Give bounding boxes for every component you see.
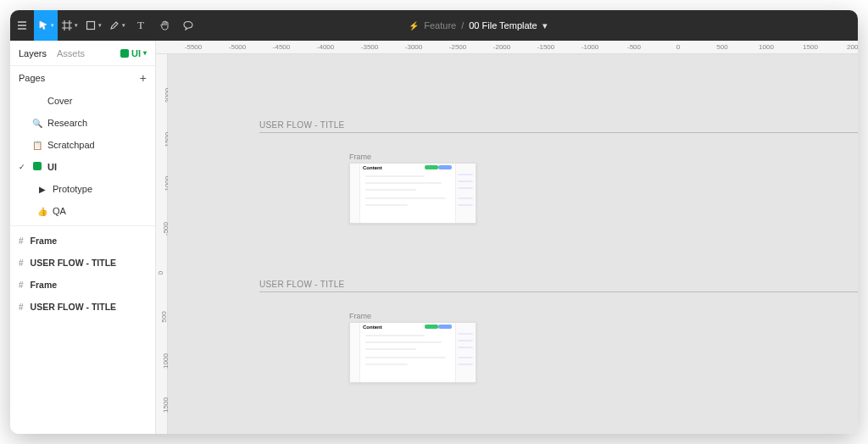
canvas[interactable]: USER FLOW - TITLE Frame Content xyxy=(168,54,858,434)
ruler-vertical[interactable]: -2000 -1500 -1000 -500 0 500 1000 1500 xyxy=(156,54,168,434)
hand-icon xyxy=(159,19,170,31)
layer-label: Frame xyxy=(31,236,58,246)
layer-label: USER FLOW - TITLE xyxy=(31,302,117,312)
layer-item[interactable]: # Frame xyxy=(10,274,155,296)
frame-label[interactable]: Frame xyxy=(349,153,371,161)
ruler-tick: -2000 xyxy=(493,43,510,51)
ruler-tick: -500 xyxy=(627,43,641,51)
ruler-tick: 500 xyxy=(160,311,168,322)
frame-tool[interactable]: ▾ xyxy=(58,10,81,41)
page-label: Prototype xyxy=(53,184,92,194)
pages-header-label: Pages xyxy=(19,73,45,83)
frame-icon xyxy=(61,19,73,31)
menu-button[interactable] xyxy=(10,10,34,41)
page-status-icon xyxy=(120,49,129,58)
ruler-tick: -4000 xyxy=(317,43,334,51)
frame-icon: # xyxy=(19,302,24,312)
ruler-tick: 2000 xyxy=(847,43,858,51)
ruler-tick: -5000 xyxy=(229,43,246,51)
check-icon: ✓ xyxy=(19,163,27,171)
frame-inner-title: Content xyxy=(363,165,382,170)
layer-label: Frame xyxy=(31,280,58,290)
breadcrumb-separator: / xyxy=(461,20,464,31)
ruler-tick: -3000 xyxy=(405,43,422,51)
text-tool[interactable]: T xyxy=(129,10,153,41)
page-item-scratchpad[interactable]: 📋 Scratchpad xyxy=(10,134,155,156)
frame-icon: # xyxy=(19,280,24,290)
layer-item[interactable]: # USER FLOW - TITLE xyxy=(10,296,155,318)
pen-icon xyxy=(108,19,120,31)
cursor-icon xyxy=(37,19,49,31)
breadcrumb-file[interactable]: 00 File Template xyxy=(469,20,537,31)
page-item-cover[interactable]: Cover xyxy=(10,90,155,112)
current-page-indicator[interactable]: UI ▾ xyxy=(120,48,147,58)
ruler-tick: 0 xyxy=(157,271,164,275)
hand-tool[interactable] xyxy=(153,10,176,41)
comment-icon xyxy=(182,19,194,31)
ruler-tick: 1000 xyxy=(759,43,774,51)
tab-assets[interactable]: Assets xyxy=(57,48,85,58)
ruler-tick: -4500 xyxy=(273,43,290,51)
page-label: UI xyxy=(47,162,57,172)
thumbs-up-icon: 👍 xyxy=(37,207,47,216)
status-ready-icon xyxy=(33,162,42,170)
play-icon: ▶ xyxy=(37,185,47,194)
page-label: Cover xyxy=(47,96,72,106)
canvas-area: -5500 -5000 -4500 -4000 -3500 -3000 -250… xyxy=(156,41,858,434)
shape-tool[interactable]: ▾ xyxy=(81,10,105,41)
toolbar: ▾ ▾ ▾ ▾ T ⚡ Feature / 00 File Template ▾ xyxy=(10,10,858,41)
panel-tabs: Layers Assets UI ▾ xyxy=(10,41,155,66)
left-panel: Layers Assets UI ▾ Pages + Cover 🔍 Resea… xyxy=(10,41,156,434)
comment-tool[interactable] xyxy=(176,10,200,41)
ruler-tick: -1500 xyxy=(537,43,554,51)
layer-item[interactable]: # USER FLOW - TITLE xyxy=(10,252,155,274)
page-label: QA xyxy=(53,206,66,216)
page-item-research[interactable]: 🔍 Research xyxy=(10,112,155,134)
breadcrumb-project[interactable]: Feature xyxy=(424,20,456,31)
page-label: Scratchpad xyxy=(47,140,95,150)
ruler-tick: 500 xyxy=(716,43,727,51)
chevron-down-icon: ▾ xyxy=(75,22,78,29)
canvas-frame[interactable]: Content xyxy=(349,163,476,224)
svg-rect-0 xyxy=(87,22,95,30)
chevron-down-icon: ▾ xyxy=(51,22,54,29)
section-divider xyxy=(259,132,858,133)
page-label: Research xyxy=(47,118,87,128)
bolt-icon: ⚡ xyxy=(409,21,419,31)
chevron-down-icon: ▾ xyxy=(122,22,125,29)
page-item-prototype[interactable]: ▶ Prototype xyxy=(10,178,155,200)
ruler-tick: -2500 xyxy=(449,43,466,51)
move-tool[interactable]: ▾ xyxy=(34,10,58,41)
text-icon: T xyxy=(137,19,144,32)
ruler-tick: -3500 xyxy=(361,43,378,51)
chevron-down-icon[interactable]: ▾ xyxy=(542,20,548,31)
ruler-tick: 1500 xyxy=(803,43,818,51)
section-title[interactable]: USER FLOW - TITLE xyxy=(259,280,344,289)
frame-icon: # xyxy=(19,258,24,268)
add-page-button[interactable]: + xyxy=(140,71,147,85)
ruler-tick: -1000 xyxy=(581,43,598,51)
pages-header: Pages + xyxy=(10,66,155,90)
ruler-tick: 0 xyxy=(676,43,680,51)
search-icon: 🔍 xyxy=(32,119,42,128)
canvas-frame[interactable]: Content xyxy=(349,322,476,383)
frame-icon: # xyxy=(19,236,24,246)
ruler-tick: -5500 xyxy=(185,43,202,51)
chevron-down-icon: ▾ xyxy=(143,49,147,57)
frame-label[interactable]: Frame xyxy=(349,312,371,320)
clipboard-icon: 📋 xyxy=(32,141,42,150)
chevron-down-icon: ▾ xyxy=(98,22,102,29)
current-page-label: UI xyxy=(131,48,141,58)
tab-layers[interactable]: Layers xyxy=(19,48,47,58)
layer-label: USER FLOW - TITLE xyxy=(31,258,117,268)
page-item-qa[interactable]: 👍 QA xyxy=(10,200,155,222)
hamburger-icon xyxy=(16,19,28,31)
pen-tool[interactable]: ▾ xyxy=(105,10,129,41)
page-item-ui[interactable]: ✓ UI xyxy=(10,156,155,178)
ruler-horizontal[interactable]: -5500 -5000 -4500 -4000 -3500 -3000 -250… xyxy=(156,41,858,54)
section-title[interactable]: USER FLOW - TITLE xyxy=(259,120,344,130)
section-divider xyxy=(259,291,858,292)
rectangle-icon xyxy=(85,19,97,31)
frame-inner-title: Content xyxy=(363,325,382,330)
layer-item[interactable]: # Frame xyxy=(10,230,155,252)
